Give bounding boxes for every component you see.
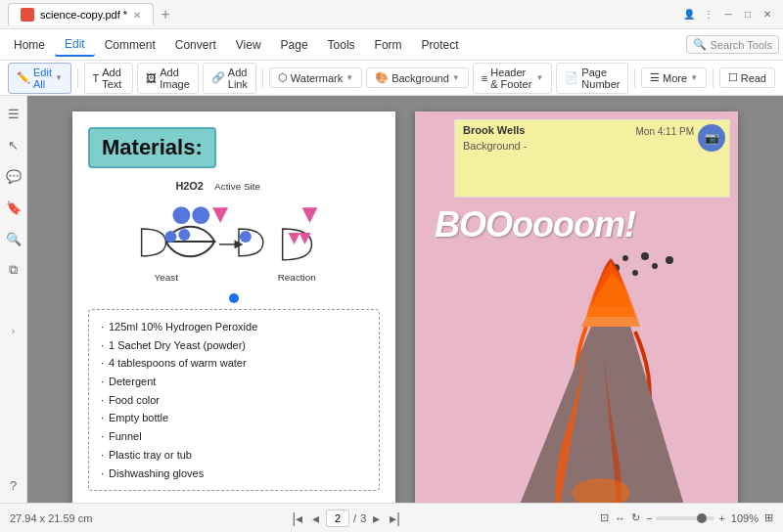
svg-point-16: [641, 252, 649, 260]
sidebar-comment-icon[interactable]: 💬: [4, 166, 23, 186]
list-item: 4 tablespoons of warm water: [101, 354, 367, 373]
tab-filename: science-copy.pdf *: [40, 9, 127, 21]
window-controls: 👤 ⋮ ─ □ ✕: [681, 7, 775, 22]
menu-home[interactable]: Home: [4, 34, 55, 56]
add-link-btn[interactable]: 🔗 Add Link: [203, 63, 256, 94]
pdf-area: Materials: H2O2 Active Site: [27, 96, 783, 503]
prev-page-btn[interactable]: ◂: [309, 510, 322, 526]
list-item: Food color: [101, 391, 367, 410]
search-label: Search Tools: [711, 39, 772, 51]
edit-all-btn[interactable]: ✏️ Edit All ▼: [8, 63, 71, 94]
sidebar-search-icon[interactable]: 🔍: [4, 229, 23, 248]
tab-area: science-copy.pdf * ✕ +: [8, 3, 177, 26]
sidebar-collapse-btn[interactable]: ›: [6, 321, 22, 340]
search-tools[interactable]: 🔍 Search Tools: [686, 35, 779, 54]
new-tab-btn[interactable]: +: [154, 3, 177, 26]
pdf-icon: [21, 8, 34, 22]
read-btn[interactable]: ☐ Read: [719, 67, 775, 88]
sep3: [634, 68, 635, 88]
svg-point-14: [622, 255, 628, 261]
status-left: 27.94 x 21.59 cm: [10, 512, 92, 524]
materials-title: Materials:: [88, 127, 216, 168]
menu-form[interactable]: Form: [365, 34, 412, 56]
menu-bar: Home Edit Comment Convert View Page Tool…: [0, 29, 783, 61]
zoom-slider[interactable]: [656, 516, 714, 520]
sidebar-hand-icon[interactable]: ☰: [4, 104, 23, 123]
text-icon: T: [93, 72, 100, 84]
first-page-btn[interactable]: |◂: [289, 510, 305, 526]
menu-edit[interactable]: Edit: [55, 33, 95, 57]
list-item: Detergent: [101, 373, 367, 391]
next-page-btn[interactable]: ▸: [370, 510, 383, 526]
watermark-icon: ⬡: [278, 71, 288, 84]
svg-point-18: [666, 256, 673, 264]
sticky-sender: Brook Wells: [463, 124, 527, 136]
last-page-btn[interactable]: ▸|: [387, 510, 403, 526]
svg-marker-4: [302, 207, 318, 223]
list-item: Plastic tray or tub: [101, 446, 367, 465]
fit-width-icon[interactable]: ↔: [615, 512, 625, 524]
toolbar: ✏️ Edit All ▼ T Add Text 🖼 Add Image 🔗 A…: [0, 61, 783, 96]
minimize-btn[interactable]: ─: [720, 7, 736, 22]
fit-page-icon[interactable]: ⊡: [600, 511, 609, 524]
sticky-content: Brook Wells Background -: [463, 124, 527, 152]
header-icon: ≡: [482, 72, 487, 84]
active-site-label: Active Site: [214, 181, 260, 192]
list-item: 125ml 10% Hydrogen Peroxide: [101, 318, 367, 336]
sidebar-bookmark-icon[interactable]: 🔖: [4, 198, 23, 217]
sticky-note: Brook Wells Background - Mon 4:11 PM 📷: [454, 119, 730, 198]
sep4: [713, 68, 714, 88]
menu-tools[interactable]: Tools: [318, 34, 365, 56]
sidebar-layers-icon[interactable]: ⧉: [4, 260, 23, 280]
background-btn[interactable]: 🎨 Background ▼: [366, 67, 469, 88]
search-icon: 🔍: [693, 38, 707, 51]
zoom-control: − +: [646, 512, 725, 524]
profile-icon[interactable]: 👤: [681, 7, 697, 22]
menu-page[interactable]: Page: [271, 34, 318, 56]
materials-list: 125ml 10% Hydrogen Peroxide 1 Sachet Dry…: [88, 309, 380, 491]
menu-convert[interactable]: Convert: [165, 34, 226, 56]
sticky-time: Mon 4:11 PM: [636, 126, 694, 137]
edit-all-label: Edit All: [33, 66, 52, 90]
watermark-btn[interactable]: ⬡ Watermark ▼: [269, 67, 362, 88]
rotate-icon[interactable]: ↻: [631, 511, 640, 524]
edit-icon: ✏️: [17, 71, 30, 84]
zoom-in-btn[interactable]: +: [718, 512, 724, 524]
page-total: 3: [360, 512, 366, 524]
file-tab[interactable]: science-copy.pdf * ✕: [8, 3, 154, 25]
status-center: |◂ ◂ / 3 ▸ ▸|: [289, 510, 402, 527]
camera-icon[interactable]: 📷: [698, 124, 725, 152]
svg-text:Reaction: Reaction: [278, 272, 316, 283]
menu-comment[interactable]: Comment: [95, 34, 165, 56]
add-image-btn[interactable]: 🖼 Add Image: [137, 63, 199, 94]
dimensions-label: 27.94 x 21.59 cm: [10, 512, 92, 524]
more-btn[interactable]: ☰ More ▼: [641, 67, 707, 88]
page-num-icon: 📄: [565, 71, 578, 84]
page-input[interactable]: [326, 510, 349, 527]
sep1: [77, 68, 78, 88]
list-item: Empty bottle: [101, 409, 367, 427]
image-icon: 🖼: [146, 72, 157, 84]
menu-view[interactable]: View: [226, 34, 271, 56]
tab-close-btn[interactable]: ✕: [133, 10, 141, 21]
header-footer-btn[interactable]: ≡ Header & Footer ▼: [473, 63, 553, 94]
sidebar-cursor-icon[interactable]: ↖: [4, 135, 23, 155]
menu-protect[interactable]: Protect: [412, 34, 469, 56]
pdf-page-right: Brook Wells Background - Mon 4:11 PM 📷 B…: [415, 111, 738, 503]
page-number-btn[interactable]: 📄 Page Number: [556, 63, 628, 94]
edit-handle[interactable]: [229, 293, 239, 303]
pdf-page-left: Materials: H2O2 Active Site: [72, 111, 395, 503]
close-btn[interactable]: ✕: [760, 7, 775, 22]
sidebar-help-icon[interactable]: ?: [4, 475, 23, 495]
maximize-btn[interactable]: □: [740, 7, 756, 22]
title-bar: science-copy.pdf * ✕ + 👤 ⋮ ─ □ ✕: [0, 0, 783, 29]
zoom-out-btn[interactable]: −: [646, 512, 652, 524]
list-item: 1 Sachet Dry Yeast (powder): [101, 336, 367, 355]
zoom-thumb[interactable]: [697, 513, 707, 523]
settings-icon[interactable]: ⋮: [701, 7, 716, 22]
list-item: Funnel: [101, 427, 367, 446]
read-icon: ☐: [728, 71, 738, 84]
zoom-fit-btn[interactable]: ⊞: [764, 511, 773, 524]
svg-text:H2O2: H2O2: [175, 180, 204, 192]
add-text-btn[interactable]: T Add Text: [84, 63, 134, 94]
